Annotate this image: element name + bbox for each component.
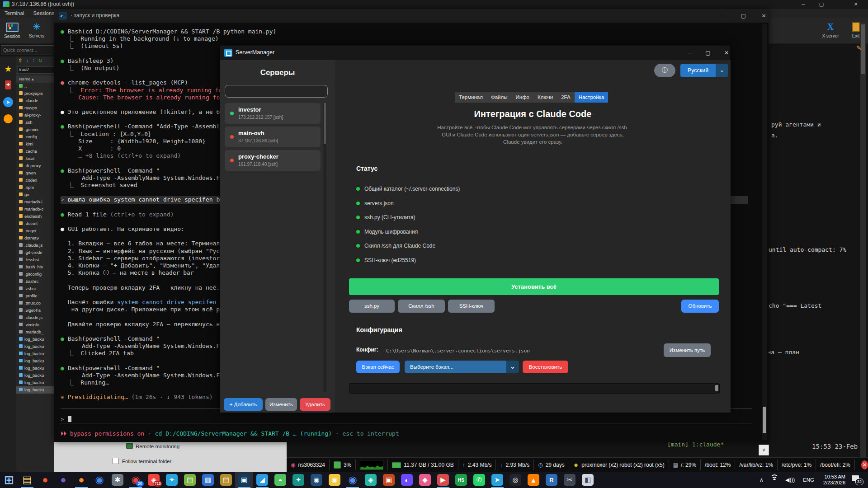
close-icon[interactable]: ✕ bbox=[717, 46, 736, 60]
wifi-icon[interactable] bbox=[771, 477, 778, 483]
orange-app-icon[interactable] bbox=[0, 114, 16, 125]
file-row[interactable]: log_backu bbox=[16, 350, 54, 357]
tab-файлы[interactable]: Файлы bbox=[487, 92, 512, 103]
tab-ключи[interactable]: Ключи bbox=[533, 92, 557, 103]
monitor-segment-users[interactable]: ☻proxmoxer (x2) robot (x2) root (x5) bbox=[569, 460, 669, 470]
servermanager-titlebar[interactable]: ServerManager ─ ▢ ✕ bbox=[220, 46, 730, 60]
file-row[interactable]: endlessh bbox=[16, 213, 54, 220]
taskbar-settings-gear-icon[interactable]: ✱ bbox=[108, 472, 127, 488]
taskbar-notepad-green-icon[interactable]: ▤ bbox=[181, 472, 199, 488]
taskbar-teal-tool-icon[interactable]: ◈ bbox=[362, 472, 380, 488]
delete-server-button[interactable]: Удалить bbox=[300, 398, 330, 411]
file-row[interactable]: log_backu bbox=[16, 357, 54, 365]
file-row[interactable]: go bbox=[16, 191, 54, 198]
minimize-icon[interactable]: ─ bbox=[680, 46, 698, 60]
file-row[interactable]: .lesshst bbox=[16, 256, 54, 263]
file-row[interactable]: ai-proxy- bbox=[16, 112, 54, 119]
log-scrollbar-thumb[interactable] bbox=[715, 385, 718, 391]
file-row[interactable]: .viminfo bbox=[16, 321, 54, 328]
file-row[interactable]: .bashrc bbox=[16, 278, 54, 285]
file-row[interactable]: dotnet9 bbox=[16, 235, 54, 242]
install-skill-button[interactable]: Скилл /ssh bbox=[398, 300, 445, 313]
taskbar-heart-app-icon[interactable]: ◆ bbox=[416, 472, 434, 488]
taskbar-duckduckgo-icon[interactable]: ◉ bbox=[326, 472, 344, 488]
install-sshkey-button[interactable]: SSH-ключ bbox=[448, 300, 495, 313]
taskbar-hs-app-icon[interactable]: HS bbox=[452, 472, 470, 488]
taskbar-gitkraken-icon[interactable]: ✦ bbox=[289, 472, 307, 488]
taskbar-r-studio-icon[interactable]: R bbox=[542, 472, 561, 488]
taskbar-vscode-icon[interactable]: ◢ bbox=[253, 472, 271, 488]
file-row[interactable]: .gitconfig bbox=[16, 271, 54, 278]
file-row[interactable]: .local bbox=[16, 155, 54, 162]
tools-knife-icon[interactable]: ✚ bbox=[0, 80, 16, 89]
maximize-icon[interactable]: ▢ bbox=[733, 9, 754, 23]
server-item-investor[interactable]: investor173.212.212.157 [ssh] bbox=[225, 103, 321, 124]
pencil-icon[interactable]: ✎ bbox=[856, 44, 862, 52]
edit-server-button[interactable]: Изменить bbox=[265, 398, 297, 411]
change-path-button[interactable]: Изменить путь bbox=[664, 343, 711, 357]
monitor-segment-disk[interactable]: ▤/: 29% bbox=[669, 460, 701, 470]
close-icon[interactable]: ✕ bbox=[848, 0, 863, 9]
file-row[interactable]: mariadb-c bbox=[16, 206, 54, 213]
maximize-icon[interactable]: ▢ bbox=[814, 0, 829, 9]
server-item-proxy-checker[interactable]: proxy-checker161.97.118.40 [ssh] bbox=[225, 150, 321, 171]
file-row[interactable]: log_backu bbox=[16, 336, 54, 343]
taskbar-tor-browser-icon[interactable]: ● bbox=[54, 472, 72, 488]
x-server-button[interactable]: X X server bbox=[819, 20, 842, 38]
file-row[interactable]: log_backu bbox=[16, 365, 54, 372]
file-row[interactable]: mariadb-i bbox=[16, 198, 54, 206]
chevron-down-icon[interactable]: ⌄ bbox=[506, 361, 519, 373]
add-server-button[interactable]: + Добавить bbox=[224, 398, 263, 411]
close-icon[interactable]: ✕ bbox=[754, 9, 774, 23]
monitor-close-button[interactable]: ✕ bbox=[861, 460, 868, 469]
taskbar-android-emulator-icon[interactable]: ◓ bbox=[271, 472, 289, 488]
taskbar-telegram-icon[interactable]: ➤ bbox=[488, 472, 506, 488]
tab-инфо[interactable]: Инфо bbox=[512, 92, 533, 103]
monitor-segment-none[interactable]: /boot/efi: 2% bbox=[816, 460, 855, 470]
scroll-down-button[interactable]: ∨ bbox=[759, 445, 769, 455]
folder-up-icon[interactable]: ⇧ bbox=[18, 57, 23, 64]
taskbar-obs-studio-icon[interactable]: ◎ bbox=[506, 472, 524, 488]
taskbar-chrome-browser-icon[interactable]: ◉ bbox=[90, 472, 108, 488]
tab-настройка[interactable]: Настройка bbox=[575, 92, 609, 103]
monitor-segment-none[interactable]: /var/lib/vz: 1% bbox=[735, 460, 778, 470]
file-row[interactable]: .claude.js bbox=[16, 242, 54, 249]
file-row[interactable]: .claude bbox=[16, 97, 54, 104]
upload-icon[interactable]: ↑ bbox=[32, 57, 35, 64]
path-field[interactable]: /root/ bbox=[17, 66, 54, 74]
refresh-button[interactable]: Обновить bbox=[681, 300, 719, 313]
file-list-header[interactable]: Name ▴ bbox=[16, 75, 54, 83]
taskbar-paint-icon[interactable]: ◧ bbox=[579, 472, 597, 488]
mobaxterm-scrollbar[interactable] bbox=[860, 22, 866, 457]
quick-connect-input[interactable] bbox=[1, 45, 57, 55]
file-row[interactable]: myvpn bbox=[16, 104, 54, 112]
monitor-segment-up[interactable]: ↑2.43 Mb/s bbox=[458, 460, 496, 470]
speaker-icon[interactable]: ◀))) bbox=[785, 477, 795, 483]
terminal-scrollbar[interactable] bbox=[762, 24, 767, 440]
taskbar-firefox-browser-icon[interactable]: ● bbox=[72, 472, 90, 488]
taskbar-powerpoint-icon[interactable]: ▣ bbox=[380, 472, 398, 488]
monitor-segment-none[interactable]: /boot: 12% bbox=[701, 460, 735, 470]
taskbar-media-player-icon[interactable]: ▶ bbox=[434, 472, 452, 488]
download-icon[interactable]: ↓ bbox=[26, 57, 28, 64]
taskbar-chrome-profile-badge-icon[interactable]: ◉26 bbox=[127, 472, 145, 488]
taskbar-whatsapp-icon[interactable]: ✆ bbox=[470, 472, 488, 488]
taskbar-vlc-icon[interactable]: ▲ bbox=[524, 472, 542, 488]
file-row[interactable]: .di-proxy bbox=[16, 162, 54, 169]
taskbar-chrome-profile2-icon[interactable]: ◉ bbox=[344, 472, 362, 488]
file-row[interactable]: .bash_his bbox=[16, 263, 54, 271]
install-all-button[interactable]: Установить всё bbox=[349, 278, 719, 295]
session-button[interactable]: Session bbox=[1, 20, 24, 39]
file-row[interactable]: .gemini bbox=[16, 126, 54, 133]
maximize-icon[interactable]: ▢ bbox=[699, 46, 717, 60]
file-row[interactable]: .codex bbox=[16, 177, 54, 184]
file-row[interactable]: .nuget bbox=[16, 227, 54, 235]
file-row[interactable]: .claude.js bbox=[16, 314, 54, 321]
file-row[interactable]: .. bbox=[16, 83, 54, 90]
minimize-icon[interactable]: ─ bbox=[713, 9, 733, 23]
servers-button[interactable]: ✳ Servers bbox=[25, 20, 48, 38]
info-button[interactable]: ⓘ bbox=[654, 64, 675, 77]
taskbar-anydesk-icon[interactable]: ◈715 bbox=[145, 472, 163, 488]
taskbar-brave-browser-icon[interactable]: ● bbox=[36, 472, 54, 488]
file-row[interactable]: .npm bbox=[16, 184, 54, 191]
